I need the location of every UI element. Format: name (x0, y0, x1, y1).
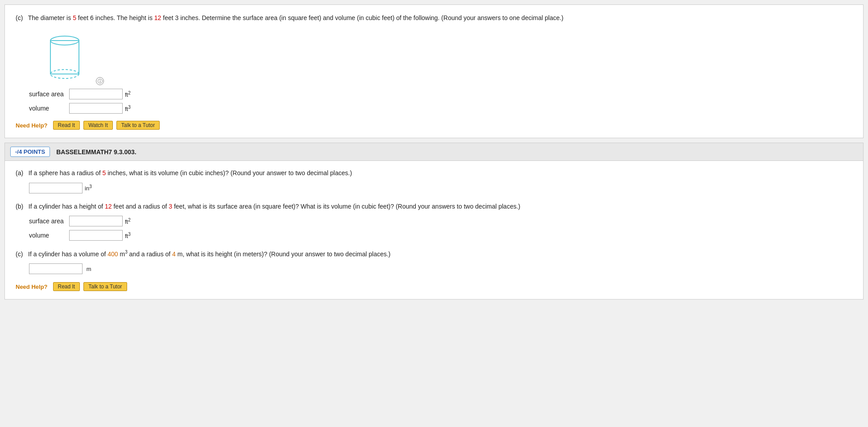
part-b-radius: 3 (169, 203, 172, 210)
part-c-input-row-2: m (29, 263, 852, 274)
part-b-volume-label: volume (29, 232, 69, 239)
part-c-text-mid2-2: and a radius of (128, 250, 172, 258)
part-b-surface-input[interactable] (69, 216, 123, 226)
problem-id-2: BASSELEMMATH7 9.3.003. (56, 148, 136, 156)
part-a-unit: in3 (85, 184, 92, 192)
part-b-text-after: feet, what is its surface area (in squar… (172, 203, 520, 210)
part-a-input[interactable] (29, 183, 83, 193)
volume-unit: ft3 (125, 105, 131, 112)
part-c-text-mid-2: m (118, 250, 125, 258)
part-c-question: (c) The diameter is 5 feet 6 inches. The… (16, 13, 852, 23)
section-header-2: -/4 POINTS BASSELEMMATH7 9.3.003. (5, 143, 863, 161)
part-c-text-after-2: m, what is its height (in meters)? (Roun… (176, 250, 391, 258)
part-b-text-before: If a cylinder has a height of (29, 203, 105, 210)
part-b-label: (b) (16, 203, 23, 210)
part-c-unit-2: m (85, 266, 91, 272)
read-it-button-2[interactable]: Read It (53, 282, 80, 291)
part-c-input-2[interactable] (29, 263, 83, 274)
part-c-label-2: (c) (16, 250, 23, 258)
surface-area-input[interactable] (69, 89, 123, 99)
part-b-text-mid1: feet and a radius of (112, 203, 169, 210)
part-a-question: (a) If a sphere has a radius of 5 inches… (16, 168, 852, 178)
part-b-volume-row: volume ft3 (29, 230, 852, 241)
part-b-height: 12 (105, 203, 112, 210)
part-a-text-after: inches, what is its volume (in cubic inc… (106, 169, 352, 177)
surface-area-row: surface area ft2 (29, 89, 852, 99)
need-help-section-2: Need Help? Read It Talk to a Tutor (16, 282, 852, 291)
part-c-text-after: feet 3 inches. Determine the surface are… (161, 14, 563, 21)
part-a-text-before: If a sphere has a radius of (29, 169, 103, 177)
part-b-volume-input[interactable] (69, 230, 123, 241)
cylinder-diagram (47, 32, 91, 81)
part-c-volume-2: 400 (107, 250, 118, 258)
read-it-button-1[interactable]: Read It (53, 121, 80, 130)
talk-to-tutor-button-2[interactable]: Talk to a Tutor (83, 282, 127, 291)
part-c-question-2: (c) If a cylinder has a volume of 400 m3… (16, 249, 852, 259)
part-c-text-before-2: If a cylinder has a volume of (28, 250, 107, 258)
need-help-section-1: Need Help? Read It Watch It Talk to a Tu… (16, 121, 852, 130)
need-help-label-1: Need Help? (16, 122, 48, 129)
part-a-input-row: in3 (29, 183, 852, 193)
need-help-label-2: Need Help? (16, 283, 48, 290)
section-2: -/4 POINTS BASSELEMMATH7 9.3.003. (a) If… (4, 143, 864, 300)
part-a-block: (a) If a sphere has a radius of 5 inches… (16, 168, 852, 193)
part-b-question: (b) If a cylinder has a height of 12 fee… (16, 201, 852, 211)
watch-it-button-1[interactable]: Watch It (83, 121, 113, 130)
info-icon[interactable]: ⓘ (96, 77, 104, 85)
part-c-text-before: The diameter is (28, 14, 73, 21)
volume-label: volume (29, 105, 69, 112)
talk-to-tutor-button-1[interactable]: Talk to a Tutor (116, 121, 160, 130)
part-c-label: (c) (16, 14, 23, 21)
part-b-surface-row: surface area ft2 (29, 216, 852, 226)
volume-row: volume ft3 (29, 103, 852, 114)
volume-input[interactable] (69, 103, 123, 114)
points-badge-2: -/4 POINTS (10, 147, 50, 157)
part-b-surface-unit: ft2 (125, 218, 131, 225)
part-b-volume-unit: ft3 (125, 232, 131, 239)
part-b-block: (b) If a cylinder has a height of 12 fee… (16, 201, 852, 241)
part-a-label: (a) (16, 169, 23, 177)
section-1: (c) The diameter is 5 feet 6 inches. The… (4, 4, 864, 138)
part-c-block-2: (c) If a cylinder has a volume of 400 m3… (16, 249, 852, 274)
surface-area-unit: ft2 (125, 90, 131, 98)
part-c-diameter: 5 (73, 14, 76, 21)
svg-rect-0 (50, 41, 79, 74)
part-b-surface-label: surface area (29, 218, 69, 225)
part-c-radius-2: 4 (172, 250, 176, 258)
part-c-height: 12 (154, 14, 161, 21)
surface-area-label: surface area (29, 90, 69, 98)
part-c-text-mid1: feet 6 inches. The height is (76, 14, 154, 21)
